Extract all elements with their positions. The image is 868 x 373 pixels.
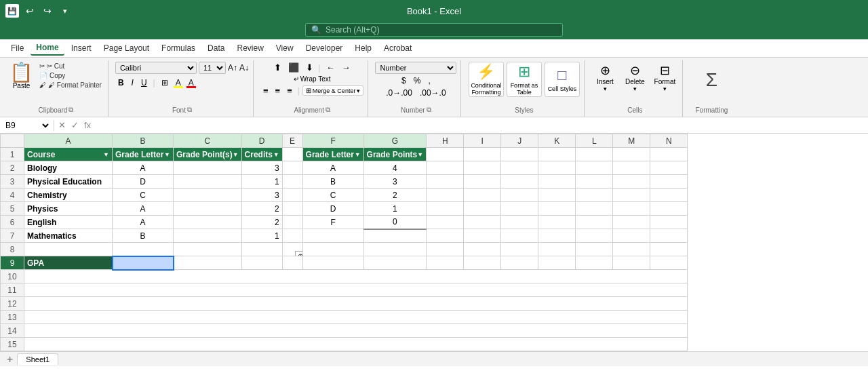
row-num-5[interactable]: 5 xyxy=(1,202,24,216)
cell-B2[interactable]: A xyxy=(113,161,174,175)
align-left-button[interactable]: ≡ xyxy=(260,85,271,96)
font-color-button[interactable]: A xyxy=(186,77,197,88)
cell-N1[interactable] xyxy=(650,148,688,161)
cell-L8[interactable] xyxy=(576,243,613,256)
col-header-K[interactable]: K xyxy=(538,134,576,148)
undo-icon[interactable]: ↩ xyxy=(23,4,37,18)
cell-L1[interactable] xyxy=(576,148,613,161)
cell-D7[interactable]: 1 xyxy=(241,229,282,243)
fx-button[interactable]: fx xyxy=(83,120,92,130)
cell-F9[interactable] xyxy=(302,256,363,270)
menu-help[interactable]: Help xyxy=(349,41,377,55)
cell-A6[interactable]: English xyxy=(24,216,113,229)
cell-M7[interactable] xyxy=(613,229,650,243)
cell-H4[interactable] xyxy=(427,189,464,202)
menu-acrobat[interactable]: Acrobat xyxy=(378,41,417,55)
cell-F2[interactable]: A xyxy=(302,161,363,175)
cell-I3[interactable] xyxy=(464,175,501,189)
alignment-expand-icon[interactable]: ⧉ xyxy=(326,106,330,114)
format-dropdown-icon[interactable]: ▾ xyxy=(663,85,667,92)
cell-K6[interactable] xyxy=(538,216,576,229)
cell-styles-button[interactable]: □ Cell Styles xyxy=(545,62,580,97)
cell-I9[interactable] xyxy=(464,256,501,270)
quick-access-more[interactable]: ▾ xyxy=(58,4,72,18)
cell-K8[interactable] xyxy=(538,243,576,256)
cell-M4[interactable] xyxy=(613,189,650,202)
cut-button[interactable]: ✂ ✂ Cut xyxy=(37,62,104,71)
menu-developer[interactable]: Developer xyxy=(300,41,349,55)
row-num-15[interactable]: 15 xyxy=(1,338,24,351)
cell-B3[interactable]: D xyxy=(113,175,174,189)
delete-button[interactable]: ⊖ Delete ▾ xyxy=(621,62,648,94)
menu-file[interactable]: File xyxy=(5,41,29,55)
cell-A5[interactable]: Physics xyxy=(24,202,113,216)
cell-J3[interactable] xyxy=(501,175,538,189)
cell-E9[interactable] xyxy=(282,256,302,270)
cell-N3[interactable] xyxy=(650,175,688,189)
cell-D4[interactable]: 3 xyxy=(241,189,282,202)
indent-increase-button[interactable]: → xyxy=(339,62,353,73)
cell-J9[interactable] xyxy=(501,256,538,270)
align-center-button[interactable]: ≡ xyxy=(273,85,283,96)
cell-M2[interactable] xyxy=(613,161,650,175)
clipboard-expand-icon[interactable]: ⧉ xyxy=(68,106,73,114)
cell-N2[interactable] xyxy=(650,161,688,175)
cell-E5[interactable] xyxy=(282,202,302,216)
cell-K9[interactable] xyxy=(538,256,576,270)
cell-J7[interactable] xyxy=(501,229,538,243)
cell-H7[interactable] xyxy=(427,229,464,243)
cell-B1[interactable]: Grade Letter▼ xyxy=(113,148,174,161)
cell-C4[interactable] xyxy=(174,189,242,202)
font-name-select[interactable]: Calibri xyxy=(115,62,197,74)
cell-B5[interactable]: A xyxy=(113,202,174,216)
cell-C2[interactable] xyxy=(174,161,242,175)
align-top-button[interactable]: ⬆ xyxy=(271,62,284,73)
cell-B7[interactable]: B xyxy=(113,229,174,243)
cell-E2[interactable] xyxy=(282,161,302,175)
cell-E3[interactable] xyxy=(282,175,302,189)
align-bottom-button[interactable]: ⬇ xyxy=(303,62,316,73)
cell-B6[interactable]: A xyxy=(113,216,174,229)
row-num-13[interactable]: 13 xyxy=(1,311,24,324)
cell-I2[interactable] xyxy=(464,161,501,175)
cell-G6[interactable]: 0 xyxy=(363,216,427,229)
row-num-12[interactable]: 12 xyxy=(1,297,24,311)
cell-J1[interactable] xyxy=(501,148,538,161)
cell-D8[interactable] xyxy=(241,243,282,256)
cell-K2[interactable] xyxy=(538,161,576,175)
dropdown-B1[interactable]: ▼ xyxy=(164,151,170,158)
number-expand-icon[interactable]: ⧉ xyxy=(427,106,431,114)
cell-C7[interactable] xyxy=(174,229,242,243)
cell-K5[interactable] xyxy=(538,202,576,216)
save-icon[interactable]: 💾 xyxy=(5,4,19,18)
increase-decimal-button[interactable]: .00→.0 xyxy=(417,87,449,98)
cell-M6[interactable] xyxy=(613,216,650,229)
underline-button[interactable]: U xyxy=(138,77,150,88)
col-header-I[interactable]: I xyxy=(464,134,501,148)
cell-D5[interactable]: 2 xyxy=(241,202,282,216)
cell-K4[interactable] xyxy=(538,189,576,202)
cell-F5[interactable]: D xyxy=(302,202,363,216)
row-num-14[interactable]: 14 xyxy=(1,324,24,338)
col-header-G[interactable]: G xyxy=(363,134,427,148)
italic-button[interactable]: I xyxy=(129,77,136,88)
cell-A7[interactable]: Mathematics xyxy=(24,229,113,243)
sheet-tab-1[interactable]: Sheet1 xyxy=(17,353,58,365)
cell-H2[interactable] xyxy=(427,161,464,175)
cell-M3[interactable] xyxy=(613,175,650,189)
cell-L4[interactable] xyxy=(576,189,613,202)
cell-H5[interactable] xyxy=(427,202,464,216)
dropdown-A1[interactable]: ▼ xyxy=(103,151,109,158)
cell-G4[interactable]: 2 xyxy=(363,189,427,202)
row-num-9[interactable]: 9 xyxy=(1,256,24,270)
number-format-select[interactable]: Number General Currency Accounting Date … xyxy=(375,62,456,74)
comma-button[interactable]: , xyxy=(425,75,433,86)
merge-dropdown-icon[interactable]: ▾ xyxy=(357,87,360,94)
insert-button[interactable]: ⊕ Insert ▾ xyxy=(591,62,618,94)
bold-button[interactable]: B xyxy=(115,77,127,88)
cell-J8[interactable] xyxy=(501,243,538,256)
cell-E1[interactable] xyxy=(282,148,302,161)
cell-F1[interactable]: Grade Letter▼ xyxy=(302,148,363,161)
currency-button[interactable]: $ xyxy=(399,75,409,86)
cell-G2[interactable]: 4 xyxy=(363,161,427,175)
